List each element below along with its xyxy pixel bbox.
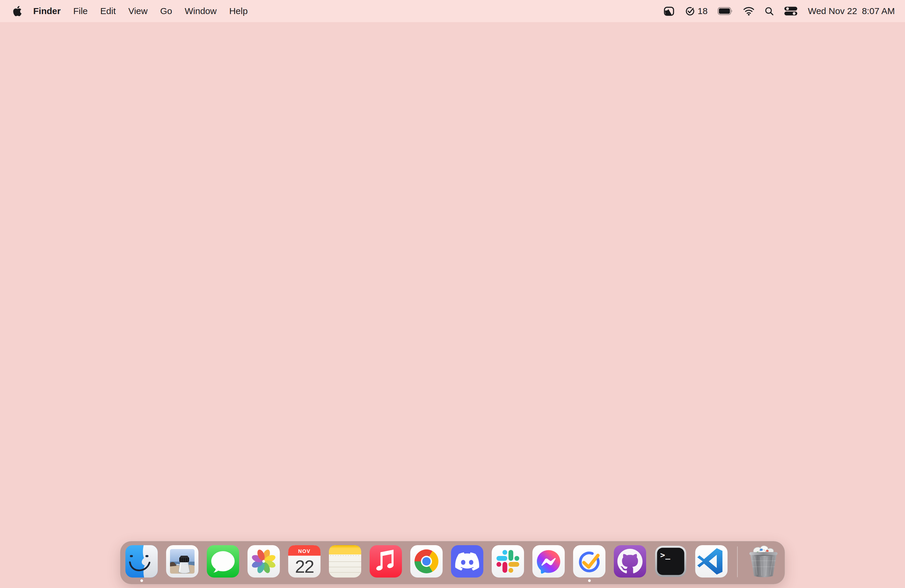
dock: NOV 22 [120, 541, 785, 585]
menu-bar-status: 18 [664, 0, 896, 22]
search-icon [765, 6, 774, 16]
dock-item-notes[interactable] [329, 545, 361, 577]
dock-item-discord[interactable] [451, 545, 483, 577]
menu-go[interactable]: Go [154, 0, 178, 22]
ticktick-check-icon [685, 6, 695, 16]
battery-menu[interactable] [718, 0, 733, 22]
dock-item-github[interactable] [614, 545, 646, 577]
vscode-icon [695, 545, 727, 577]
menu-file[interactable]: File [67, 0, 94, 22]
menu-edit[interactable]: Edit [94, 0, 122, 22]
dock-item-preview[interactable] [166, 545, 198, 577]
battery-icon [718, 7, 733, 15]
ticktick-task-count: 18 [698, 6, 708, 16]
dock-item-vscode[interactable] [695, 545, 727, 577]
finder-icon [125, 545, 158, 577]
wifi-menu[interactable] [743, 0, 754, 22]
dock-item-terminal[interactable]: >_ [654, 545, 687, 577]
music-icon [370, 545, 402, 577]
messenger-icon [532, 545, 565, 577]
trash-full-icon [747, 545, 780, 577]
github-icon [614, 545, 646, 577]
menu-date: Wed Nov 22 [808, 6, 857, 16]
app-menu-finder[interactable]: Finder [27, 0, 67, 22]
notes-icon [329, 545, 361, 577]
dock-item-music[interactable] [370, 545, 402, 577]
terminal-icon: >_ [654, 545, 687, 577]
menu-time: 8:07 AM [862, 6, 895, 16]
dock-item-calendar[interactable]: NOV 22 [288, 545, 321, 577]
running-indicator [588, 579, 591, 582]
preview-loupe [179, 556, 190, 573]
screen-capture-menu[interactable] [664, 0, 675, 22]
calendar-icon: NOV 22 [288, 545, 321, 577]
dock-item-trash[interactable] [747, 545, 780, 577]
calendar-day: 22 [295, 556, 314, 577]
messages-icon [207, 545, 239, 577]
dock-separator [737, 547, 738, 577]
wallpaper[interactable] [0, 22, 905, 588]
menu-bar: Finder File Edit View Go Window Help 18 [0, 0, 905, 22]
ticktick-menu[interactable]: 18 [685, 0, 708, 22]
dock-item-messages[interactable] [207, 545, 239, 577]
desktop: Finder File Edit View Go Window Help 18 [0, 0, 905, 588]
spotlight-menu[interactable] [765, 0, 774, 22]
preview-icon [166, 545, 198, 577]
apple-icon [13, 6, 22, 16]
clock-menu[interactable]: Wed Nov 22 8:07 AM [808, 0, 895, 22]
dock-item-photos[interactable] [248, 545, 280, 577]
control-center-menu[interactable] [784, 0, 797, 22]
slack-icon [492, 545, 524, 577]
running-indicator [140, 579, 143, 582]
apple-menu[interactable] [12, 0, 27, 22]
menu-help[interactable]: Help [223, 0, 254, 22]
chrome-icon [410, 545, 443, 577]
dock-item-slack[interactable] [492, 545, 524, 577]
dock-item-messenger[interactable] [532, 545, 565, 577]
calendar-month: NOV [298, 548, 310, 554]
menu-view[interactable]: View [122, 0, 154, 22]
menu-bar-left: Finder File Edit View Go Window Help [12, 0, 254, 22]
menu-window[interactable]: Window [178, 0, 223, 22]
discord-icon [451, 545, 483, 577]
photos-icon [248, 545, 280, 577]
dock-item-finder[interactable] [125, 545, 158, 577]
control-center-icon [784, 6, 797, 16]
dock-item-chrome[interactable] [410, 545, 443, 577]
dock-item-ticktick[interactable] [573, 545, 605, 577]
terminal-prompt: >_ [660, 550, 671, 559]
peel-capture-icon [664, 6, 675, 16]
ticktick-icon [573, 545, 605, 577]
wifi-icon [743, 7, 754, 16]
